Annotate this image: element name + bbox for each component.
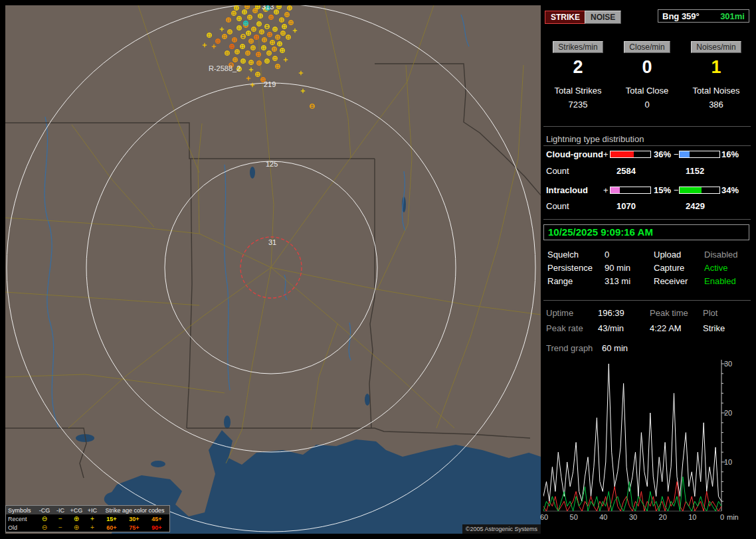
persistence-label: Persistence [547, 263, 593, 273]
ic-neg-count: 2429 [686, 201, 705, 211]
x-axis-unit: min [727, 513, 745, 521]
strike-indicator-button[interactable]: STRIKE [545, 11, 586, 24]
rate-values-row: 2 0 1 [543, 57, 751, 77]
upload-status: Disabled [704, 250, 738, 260]
range-ring-label-219: 219 [264, 80, 276, 88]
x-axis-label: 20 [656, 513, 670, 521]
total-values-row: 7235 0 386 [543, 100, 751, 110]
count-label: Count [546, 201, 569, 211]
upload-label: Upload [654, 250, 681, 260]
cloud-ground-count-row: Count 2584 1152 [543, 166, 751, 176]
title-underline [543, 145, 751, 146]
trend-graph-range: 60 min [602, 343, 628, 353]
total-close-value: 0 [613, 100, 682, 110]
map-view[interactable]: 313 219 125 31 R-2588_2 Symbols -CG -IC … [5, 5, 541, 534]
ic-pos-pct: 15% [654, 185, 671, 195]
capture-status: Active [704, 263, 727, 273]
status-panel: STRIKE NOISE Bng 359° 301mi Strikes/min … [543, 5, 751, 534]
total-strikes-label: Total Strikes [543, 86, 613, 96]
peak-time-label: Peak time [650, 308, 688, 318]
status-row-squelch: Squelch 0 Upload Disabled [543, 250, 751, 260]
cg-pos-count: 2584 [616, 166, 636, 176]
legend-symbols-header: Symbols [6, 507, 37, 514]
age-90: 90+ [145, 524, 168, 531]
cloud-ground-label: Cloud-ground [546, 149, 603, 159]
squelch-label: Squelch [547, 250, 579, 260]
legend-recent-label: Recent [6, 516, 37, 522]
persistence-value: 90 min [605, 263, 630, 273]
range-ring-label-125: 125 [266, 160, 278, 168]
legend-old-row: Old ⊖ − ⊕ + 60+ 75+ 90+ [6, 523, 169, 532]
legend-col-cg-pos: +CG [68, 507, 84, 514]
bearing-readout: Bng 359° 301mi [658, 9, 749, 23]
plot-value: Strike [703, 323, 725, 333]
range-value: 313 mi [605, 276, 630, 286]
trend-graph-label: Trend graph [546, 343, 593, 353]
age-75: 75+ [123, 524, 145, 531]
cg-pos-old-icon: ⊕ [68, 524, 84, 531]
receiver-status: Enabled [704, 276, 736, 286]
legend-old-label: Old [6, 524, 37, 531]
uptime-value: 196:39 [598, 308, 624, 318]
squelch-value: 0 [605, 250, 609, 260]
station-label: R-2588_2 [209, 64, 240, 72]
uptime-label: Uptime [546, 308, 573, 318]
ic-neg-pct: 34% [721, 185, 739, 195]
minus-sign: − [674, 185, 679, 195]
intracloud-label: Intracloud [546, 185, 588, 195]
cg-neg-icon: ⊖ [37, 516, 52, 522]
plot-label: Plot [703, 308, 717, 318]
noises-per-min-value: 1 [682, 57, 751, 77]
total-strikes-value: 7235 [543, 100, 613, 110]
close-per-min-label: Close/min [624, 41, 670, 53]
intracloud-count-row: Count 1070 2429 [543, 201, 751, 211]
age-60: 60+ [100, 524, 123, 531]
x-axis-label: 40 [596, 513, 611, 521]
status-row-persistence: Persistence 90 min Capture Active [543, 263, 751, 273]
noise-indicator-button[interactable]: NOISE [585, 11, 621, 24]
age-45: 45+ [145, 516, 168, 522]
total-close-label: Total Close [613, 86, 682, 96]
map-legend: Symbols -CG -IC +CG +IC Strike age color… [5, 505, 170, 532]
cg-pos-pct: 36% [654, 149, 671, 159]
x-axis-label: 10 [685, 513, 700, 521]
legend-recent-row: Recent ⊖ − ⊕ + 15+ 30+ 45+ [6, 514, 169, 523]
ic-neg-bar [679, 187, 720, 194]
bearing-value: Bng 359° [662, 11, 700, 21]
stats-row-1: Uptime 196:39 Peak time Plot [543, 308, 751, 318]
legend-col-ic-neg: -IC [52, 507, 68, 514]
ic-neg-icon: − [52, 516, 68, 522]
copyright-label: ©2005 Astrogenic Systems [462, 524, 541, 534]
plus-sign: + [603, 185, 609, 195]
peak-time-value: 4:22 AM [650, 323, 682, 333]
x-axis-label: 60 [537, 513, 551, 521]
cg-neg-count: 1152 [686, 166, 704, 176]
legend-age-title: Strike age color codes [100, 507, 169, 514]
total-noises-value: 386 [682, 100, 751, 110]
cloud-ground-row: Cloud-ground + 36% − 16% [543, 149, 751, 159]
x-axis-label: 50 [567, 513, 581, 521]
cg-neg-pct: 16% [721, 149, 739, 159]
total-labels-row: Total Strikes Total Close Total Noises [543, 86, 751, 96]
trend-chart: 1020306050403020100min [543, 358, 751, 531]
bearing-range-value: 301mi [720, 11, 745, 21]
receiver-label: Receiver [654, 276, 688, 286]
x-axis-label: 30 [626, 513, 640, 521]
y-axis-label: 10 [724, 458, 732, 466]
y-axis-label: 30 [724, 360, 732, 368]
section-divider [543, 126, 751, 127]
age-15: 15+ [100, 516, 123, 522]
age-30: 30+ [123, 516, 145, 522]
datetime-display: 10/25/2025 9:09:16 AM [543, 224, 749, 240]
plus-sign: + [603, 149, 609, 159]
peak-rate-value: 43/min [598, 323, 624, 333]
ic-pos-bar [610, 187, 651, 194]
distribution-title: Lightning type distribution [546, 134, 644, 144]
trend-chart-canvas [543, 358, 751, 512]
peak-rate-label: Peak rate [546, 323, 583, 333]
range-label: Range [547, 276, 573, 286]
close-per-min-value: 0 [613, 57, 682, 77]
cg-pos-bar [610, 151, 651, 158]
cg-neg-old-icon: ⊖ [37, 524, 52, 531]
capture-label: Capture [654, 263, 684, 273]
